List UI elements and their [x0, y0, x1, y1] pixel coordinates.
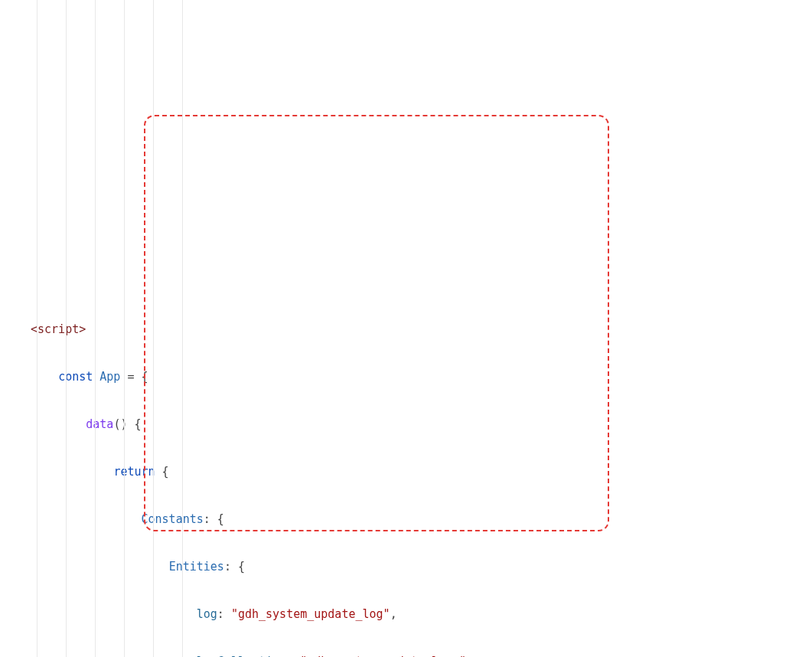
code-line: data() { — [31, 413, 812, 436]
code-line: Entities: { — [31, 555, 812, 579]
code-editor[interactable]: <script> const App = { data() { return {… — [0, 0, 812, 657]
code-line: <script> — [31, 318, 812, 342]
code-line: return { — [31, 460, 812, 484]
code-line: log: "gdh_system_update_log", — [31, 603, 812, 626]
code-line: const App = { — [31, 365, 812, 389]
code-line: logCollection: "gdh_system_update_logs", — [31, 650, 812, 657]
code-line: Constants: { — [31, 508, 812, 531]
